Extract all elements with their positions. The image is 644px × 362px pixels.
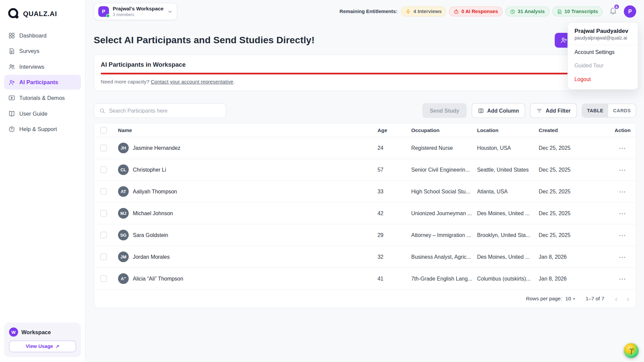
row-checkbox[interactable] [100, 145, 107, 152]
top-header: P Prajwal's Workspace 3 members Remainin… [94, 0, 636, 23]
user-menu-email: paudyalprajwal@qualz.ai [568, 34, 638, 45]
select-all-checkbox[interactable] [100, 127, 107, 133]
send-study-button[interactable]: Send Study [422, 103, 467, 118]
table-row: SG Sara Goldstein 29 Attorney – Immigrat… [94, 224, 636, 246]
ai-participants-icon [8, 79, 15, 86]
user-avatar[interactable]: P [624, 5, 636, 18]
view-toggle-table[interactable]: TABLE [582, 104, 608, 117]
add-filter-button[interactable]: Add Filter [530, 103, 577, 118]
next-page-button[interactable]: › [627, 295, 629, 303]
participant-name: Jasmine Hernandez [133, 145, 180, 151]
notifications-button[interactable]: 6 [609, 7, 618, 16]
participant-location: Houston, USA [477, 145, 539, 151]
row-checkbox[interactable] [100, 188, 107, 195]
previous-page-button[interactable]: ‹ [615, 295, 618, 303]
table-row: A” Alicia “Ali” Thompson 41 7th-Grade En… [94, 268, 636, 290]
participant-name: Jordan Morales [133, 254, 170, 260]
palm-tree-icon [627, 346, 636, 355]
entitlements: Remaining Entitlements: 4 Interviews 0 A… [339, 7, 602, 16]
chat-widget-button[interactable] [624, 343, 639, 358]
participants-table: Name Age Occupation Location Created Act… [94, 123, 636, 308]
row-checkbox[interactable] [100, 275, 107, 282]
row-actions-button[interactable]: ⋯ [619, 275, 626, 282]
sidebar-item-label: Surveys [19, 48, 40, 54]
row-checkbox[interactable] [100, 232, 107, 238]
row-actions-button[interactable]: ⋯ [619, 253, 626, 260]
participant-avatar: JM [118, 251, 129, 262]
row-actions-button[interactable]: ⋯ [619, 188, 626, 195]
workspace-card-header: W Workspace [9, 327, 76, 337]
user-guide-icon [8, 110, 15, 117]
participant-name: Aaliyah Thompson [133, 188, 177, 194]
view-toggle-cards[interactable]: CARDS [608, 104, 636, 117]
participant-occupation: Registered Nurse [411, 145, 477, 151]
sidebar-item-label: AI Participants [19, 79, 58, 85]
add-column-button[interactable]: Add Column [472, 103, 525, 118]
sidebar-item-surveys[interactable]: Surveys [4, 44, 81, 58]
rows-per-page-select[interactable]: 10 ▾ [565, 296, 575, 302]
participant-age: 42 [377, 210, 411, 216]
header-right: Remaining Entitlements: 4 Interviews 0 A… [339, 5, 636, 18]
participant-name: Sara Goldstein [133, 232, 168, 238]
row-actions-button[interactable]: ⋯ [619, 210, 626, 217]
table-row: JM Jordan Morales 32 Business Analyst, A… [94, 246, 636, 268]
workspace-selector-name: Prajwal's Workspace [113, 6, 164, 12]
search-icon [99, 108, 105, 114]
participant-occupation: Senior Civil Engineerin... [411, 167, 477, 173]
sidebar-item-label: Tutorials & Demos [19, 95, 65, 101]
participant-created: Dec 25, 2025 [539, 232, 609, 238]
table-row: AT Aaliyah Thompson 33 High School Socia… [94, 181, 636, 202]
contact-representative-link[interactable]: Contact your account representative [151, 79, 233, 84]
sidebar-item-dashboard[interactable]: Dashboard [4, 28, 81, 43]
brand-name: QUALZ.AI [23, 10, 57, 17]
menu-item-account-settings[interactable]: Account Settings [568, 45, 638, 59]
interviews-badge: 4 Interviews [401, 7, 446, 16]
table-row: MJ Michael Johnson 42 Unionized Journeym… [94, 202, 636, 224]
row-checkbox[interactable] [100, 210, 107, 217]
participant-age: 57 [377, 167, 411, 173]
participant-occupation: Attorney – Immigration ... [411, 232, 477, 238]
participant-created: Dec 25, 2025 [539, 210, 609, 216]
participant-avatar: JH [118, 142, 129, 153]
participant-location: Seattle, United States [477, 167, 539, 173]
participant-avatar: MJ [118, 208, 129, 219]
row-actions-button[interactable]: ⋯ [619, 144, 626, 152]
column-header-name: Name [118, 127, 378, 133]
workspace-selector-members: 3 members [113, 12, 164, 17]
toolbar-actions: Send Study Add Column Add Filter TABLE C… [422, 103, 636, 118]
sidebar-item-tutorials[interactable]: Tutorials & Demos [4, 90, 81, 105]
participant-created: Jan 8, 2026 [539, 254, 609, 260]
participant-age: 24 [377, 145, 411, 151]
row-checkbox[interactable] [100, 253, 107, 260]
participant-occupation: Unionized Journeyman ... [411, 210, 477, 216]
sidebar-item-ai-participants[interactable]: AI Participants [4, 75, 81, 89]
participant-name: Michael Johnson [133, 210, 173, 216]
capacity-note: Need more capacity? Contact your account… [101, 79, 629, 84]
row-checkbox[interactable] [100, 167, 107, 173]
sidebar-item-help-support[interactable]: Help & Support [4, 122, 81, 136]
brand-logo: QUALZ.AI [4, 5, 81, 28]
chevron-down-icon [167, 9, 173, 14]
app-window: QUALZ.AI Dashboard Surveys Interviews AI… [0, 0, 644, 362]
search-input[interactable] [109, 108, 221, 114]
row-actions-button[interactable]: ⋯ [619, 232, 626, 239]
mic-icon [406, 9, 411, 14]
pagination: Rows per page: 10 ▾ 1–7 of 7 ‹ › [94, 290, 636, 308]
participant-age: 33 [377, 188, 411, 194]
row-actions-button[interactable]: ⋯ [619, 166, 626, 173]
view-usage-button[interactable]: View Usage ↗ [9, 341, 76, 352]
participant-occupation: Business Analyst, Agric... [411, 254, 477, 260]
external-link-icon: ↗ [56, 344, 59, 349]
workspace-selector[interactable]: P Prajwal's Workspace 3 members [94, 3, 177, 20]
sidebar-item-label: Help & Support [19, 126, 57, 132]
qualz-logo-icon [7, 7, 20, 20]
ai-responses-icon [453, 9, 459, 14]
transcript-icon [557, 9, 562, 14]
sidebar-item-user-guide[interactable]: User Guide [4, 106, 81, 121]
participant-occupation: 7th-Grade English Lang... [411, 276, 477, 282]
table-row: JH Jasmine Hernandez 24 Registered Nurse… [94, 137, 636, 159]
participant-location: Brooklyn, United Sta... [477, 232, 539, 238]
menu-item-logout[interactable]: Logout [568, 72, 638, 86]
sidebar-item-interviews[interactable]: Interviews [4, 59, 81, 74]
help-icon [8, 126, 15, 133]
